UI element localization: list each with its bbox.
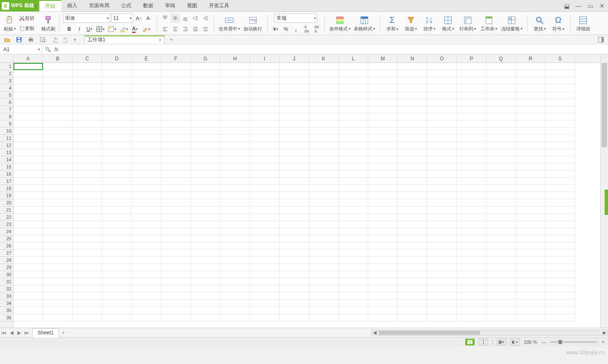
cell[interactable] <box>280 250 309 257</box>
cell[interactable] <box>339 264 368 271</box>
cell[interactable] <box>516 278 546 285</box>
cell[interactable] <box>486 250 516 257</box>
cell[interactable] <box>546 257 575 264</box>
cell[interactable] <box>280 235 309 242</box>
cell[interactable] <box>309 307 339 314</box>
cell[interactable] <box>309 214 339 221</box>
cell[interactable] <box>339 285 368 293</box>
cell[interactable] <box>309 221 339 228</box>
save-button[interactable] <box>14 35 24 44</box>
cell[interactable] <box>546 156 575 163</box>
cell[interactable] <box>43 199 73 206</box>
cell[interactable] <box>546 300 575 307</box>
cell[interactable] <box>339 92 368 99</box>
cell[interactable] <box>73 314 102 321</box>
cell[interactable] <box>280 149 309 156</box>
cell[interactable] <box>14 142 43 149</box>
filter-button[interactable]: 筛选▾ <box>402 14 420 34</box>
cell[interactable] <box>427 171 457 178</box>
cell[interactable] <box>102 314 132 321</box>
cell[interactable] <box>250 307 280 314</box>
cell[interactable] <box>516 206 546 214</box>
cell[interactable] <box>14 307 43 314</box>
cell[interactable] <box>14 128 43 135</box>
cell[interactable] <box>516 84 546 92</box>
menu-tab-data[interactable]: 数据 <box>137 0 159 11</box>
cell[interactable] <box>220 135 250 142</box>
page-layout-view-button[interactable] <box>479 339 488 345</box>
cell[interactable] <box>73 77 102 84</box>
cell[interactable] <box>398 300 427 307</box>
cell[interactable] <box>486 142 516 149</box>
cell[interactable] <box>191 264 220 271</box>
cell[interactable] <box>309 271 339 278</box>
cell[interactable] <box>280 264 309 271</box>
cell[interactable] <box>132 178 161 185</box>
row-header[interactable]: 12 <box>0 142 13 149</box>
cell[interactable] <box>102 156 132 163</box>
cell[interactable] <box>339 293 368 300</box>
cell[interactable] <box>191 178 220 185</box>
cell[interactable] <box>457 278 486 285</box>
cell[interactable] <box>132 92 161 99</box>
cell[interactable] <box>43 128 73 135</box>
menu-tab-formulas[interactable]: 公式 <box>115 0 137 11</box>
cell[interactable] <box>368 63 398 70</box>
cell[interactable] <box>339 163 368 171</box>
wrap-text-button[interactable]: ab 自动换行 <box>242 14 264 34</box>
open-button[interactable] <box>3 35 12 44</box>
cell[interactable] <box>339 206 368 214</box>
cell[interactable] <box>250 242 280 250</box>
cell[interactable] <box>14 63 43 70</box>
cell[interactable] <box>486 257 516 264</box>
cell[interactable] <box>102 178 132 185</box>
cell[interactable] <box>191 221 220 228</box>
column-header[interactable]: D <box>102 54 132 62</box>
cell[interactable] <box>191 142 220 149</box>
symbol-button[interactable]: Ω 符号▾ <box>549 14 567 34</box>
cell[interactable] <box>516 214 546 221</box>
cell[interactable] <box>339 77 368 84</box>
cell[interactable] <box>191 156 220 163</box>
cell[interactable] <box>191 257 220 264</box>
cell[interactable] <box>398 242 427 250</box>
cell[interactable] <box>43 156 73 163</box>
cell[interactable] <box>220 264 250 271</box>
cell[interactable] <box>368 142 398 149</box>
cell[interactable] <box>161 149 191 156</box>
redo-button[interactable] <box>62 35 71 44</box>
eye-protect-button[interactable]: ◐▾ <box>510 339 520 345</box>
row-header[interactable]: 19 <box>0 192 13 199</box>
cell[interactable] <box>457 185 486 192</box>
cell[interactable] <box>73 185 102 192</box>
cell[interactable] <box>220 70 250 77</box>
row-header[interactable]: 26 <box>0 242 13 250</box>
cell[interactable] <box>339 142 368 149</box>
row-header[interactable]: 24 <box>0 228 13 235</box>
cell[interactable] <box>486 221 516 228</box>
cell[interactable] <box>132 84 161 92</box>
app-brand[interactable]: S WPS 表格 ▾ <box>0 0 39 11</box>
cell[interactable] <box>368 99 398 106</box>
cell[interactable] <box>398 214 427 221</box>
cell[interactable] <box>486 192 516 199</box>
cell[interactable] <box>516 300 546 307</box>
cell[interactable] <box>368 278 398 285</box>
cell[interactable] <box>161 106 191 113</box>
cell[interactable] <box>457 221 486 228</box>
zoom-percent-label[interactable]: 100 % <box>524 340 537 345</box>
cell[interactable] <box>516 228 546 235</box>
conditional-formatting-button[interactable]: 条件格式▾ <box>328 14 352 34</box>
cell[interactable] <box>14 149 43 156</box>
cell[interactable] <box>427 63 457 70</box>
font-color-button[interactable]: A▾ <box>130 24 140 34</box>
cell[interactable] <box>546 278 575 285</box>
cell[interactable] <box>368 271 398 278</box>
cell[interactable] <box>368 178 398 185</box>
row-header[interactable]: 33 <box>0 293 13 300</box>
menu-tab-view[interactable]: 视图 <box>181 0 203 11</box>
cell[interactable] <box>132 250 161 257</box>
side-panel-handle[interactable] <box>605 190 608 215</box>
cell[interactable] <box>516 285 546 293</box>
cell[interactable] <box>250 285 280 293</box>
